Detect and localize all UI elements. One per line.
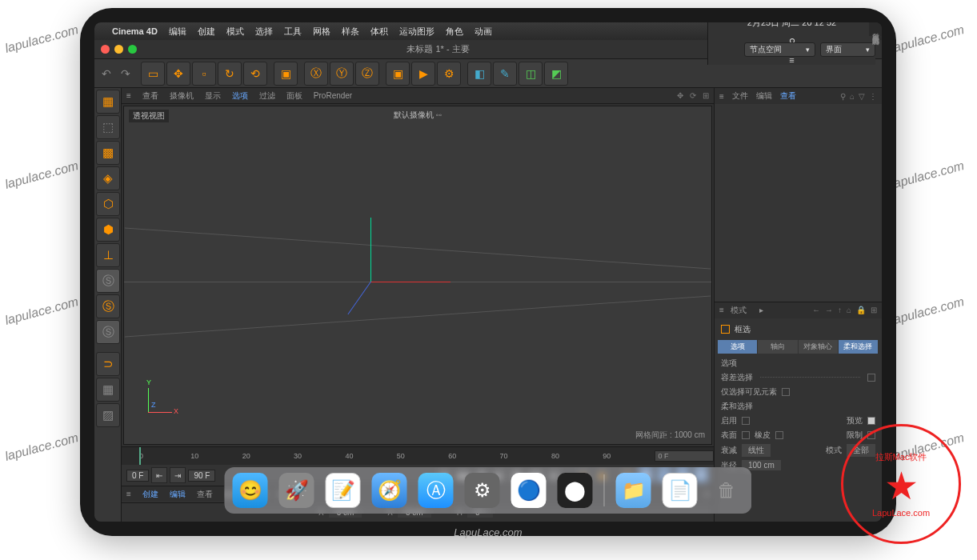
- snap-s3[interactable]: Ⓢ: [96, 320, 120, 344]
- obj-opts-icon[interactable]: ⋮: [869, 92, 877, 101]
- generator-tool[interactable]: ◫: [519, 62, 543, 86]
- attr-fwd-icon[interactable]: →: [825, 306, 833, 314]
- menu-create[interactable]: 创建: [198, 26, 215, 38]
- range-end[interactable]: ⇥: [170, 467, 186, 483]
- dock-settings[interactable]: ⚙: [465, 473, 500, 508]
- range-start[interactable]: ⇤: [151, 467, 167, 483]
- obj-hamburger[interactable]: ≡: [719, 92, 724, 101]
- redo-button[interactable]: ↷: [117, 62, 134, 85]
- rubber-check[interactable]: [775, 431, 783, 439]
- object-tree[interactable]: 对象 层次 内容浏览器: [715, 104, 882, 302]
- dock-downloads[interactable]: 📁: [616, 473, 651, 508]
- locked-tool[interactable]: ▣: [274, 62, 298, 86]
- mat-create[interactable]: 创建: [142, 489, 158, 500]
- dock-appstore[interactable]: Ⓐ: [418, 473, 454, 508]
- tab-options[interactable]: 选项: [718, 340, 758, 354]
- visible-check[interactable]: [782, 388, 790, 396]
- tab-softsel[interactable]: 柔和选择: [839, 340, 879, 354]
- edge-mode[interactable]: ⬡: [96, 192, 120, 216]
- menu-tools[interactable]: 工具: [284, 26, 302, 38]
- menu-character[interactable]: 角色: [446, 26, 463, 38]
- vp-nav1-icon[interactable]: ✥: [677, 91, 683, 100]
- attr-up-icon[interactable]: ↑: [838, 306, 842, 314]
- dock-document[interactable]: 📄: [663, 473, 698, 508]
- menu-spline[interactable]: 样条: [342, 26, 359, 38]
- viewport[interactable]: 透视视图 默认摄像机 ◦◦ Y X Z 网格间距 : 1000 cm: [123, 106, 712, 445]
- vp-nav2-icon[interactable]: ⟳: [690, 91, 696, 100]
- maximize-button[interactable]: [128, 45, 137, 54]
- tab-objaxis[interactable]: 对象轴心: [799, 340, 839, 354]
- mat-edit[interactable]: 编辑: [170, 489, 186, 500]
- dock-finder[interactable]: 😊: [233, 473, 268, 508]
- layout-dropdown[interactable]: 界面: [820, 42, 875, 57]
- polygon-mode[interactable]: ⬢: [96, 218, 120, 242]
- close-button[interactable]: [101, 45, 110, 54]
- point-mode[interactable]: ◈: [96, 166, 120, 190]
- obj-filter-icon[interactable]: ▽: [859, 92, 865, 101]
- time-ruler[interactable]: 010 2030 4050 6070 8090 0 F: [122, 447, 714, 465]
- render-settings[interactable]: ⚙: [437, 62, 461, 86]
- vp-prorender[interactable]: ProRender: [314, 91, 352, 100]
- dock-c4d[interactable]: ⬤: [558, 473, 593, 508]
- vp-nav3-icon[interactable]: ⊞: [703, 91, 709, 100]
- grid-tool[interactable]: ▨: [96, 403, 120, 427]
- surface-check[interactable]: [742, 431, 750, 439]
- attr-home-icon[interactable]: ⌂: [847, 306, 851, 314]
- y-axis[interactable]: Ⓨ: [330, 62, 354, 86]
- attr-hamburger[interactable]: ≡: [719, 306, 724, 314]
- last-tool[interactable]: ⟲: [243, 62, 267, 86]
- vp-display[interactable]: 显示: [205, 90, 221, 102]
- pen-tool[interactable]: ✎: [493, 62, 517, 86]
- vp-panel[interactable]: 面板: [286, 90, 302, 102]
- dock-safari[interactable]: 🧭: [372, 473, 407, 508]
- texture-mode[interactable]: ▩: [96, 141, 120, 165]
- obj-home-icon[interactable]: ⌂: [850, 92, 855, 101]
- dock-chrome[interactable]: 🔵: [511, 473, 547, 508]
- rotate-tool[interactable]: ↻: [218, 62, 242, 86]
- select-tool[interactable]: ▭: [141, 62, 165, 86]
- menu-volume[interactable]: 体积: [370, 26, 388, 38]
- z-axis[interactable]: Ⓩ: [355, 62, 379, 86]
- render-view[interactable]: ▣: [386, 62, 410, 86]
- menu-select[interactable]: 选择: [255, 26, 273, 38]
- app-name[interactable]: Cinema 4D: [112, 26, 158, 36]
- snap-s2[interactable]: Ⓢ: [96, 294, 120, 318]
- obj-file[interactable]: 文件: [732, 90, 748, 102]
- obj-search-icon[interactable]: ⚲: [840, 92, 846, 101]
- tab-axis[interactable]: 轴向: [758, 340, 798, 354]
- menu-mesh[interactable]: 网格: [313, 26, 330, 38]
- menu-mode[interactable]: 模式: [226, 26, 244, 38]
- dock-launchpad[interactable]: 🚀: [279, 473, 314, 508]
- dock-trash[interactable]: 🗑: [709, 473, 744, 508]
- render-pv[interactable]: ▶: [411, 62, 435, 86]
- minimize-button[interactable]: [114, 45, 123, 54]
- scale-tool[interactable]: ▫: [192, 62, 216, 86]
- vp-cameras[interactable]: 摄像机: [170, 90, 194, 102]
- magnet-tool[interactable]: ⊃: [96, 352, 120, 376]
- end-frame[interactable]: 90 F: [188, 470, 215, 482]
- obj-edit[interactable]: 编辑: [756, 90, 772, 102]
- node-space-dropdown[interactable]: 节点空间: [744, 42, 815, 57]
- menu-animate[interactable]: 动画: [474, 26, 492, 38]
- model-mode[interactable]: ▦: [96, 90, 120, 114]
- vp-options[interactable]: 选项: [232, 90, 248, 102]
- axis-mode[interactable]: ⊥: [96, 243, 120, 267]
- workplane[interactable]: ▦: [96, 378, 120, 402]
- attr-lock-icon[interactable]: 🔒: [856, 306, 866, 314]
- object-mode[interactable]: ⬚: [96, 115, 120, 139]
- cube-primitive[interactable]: ◧: [467, 62, 491, 86]
- x-axis[interactable]: Ⓧ: [304, 62, 328, 86]
- vp-filter[interactable]: 过滤: [259, 90, 275, 102]
- preview-check[interactable]: [867, 417, 875, 425]
- undo-button[interactable]: ↶: [98, 62, 115, 85]
- menu-edit[interactable]: 编辑: [169, 26, 186, 38]
- mat-hamburger[interactable]: ≡: [126, 490, 131, 498]
- start-frame[interactable]: 0 F: [126, 470, 149, 482]
- enable-check[interactable]: [742, 417, 750, 425]
- vp-hamburger[interactable]: ≡: [126, 91, 131, 100]
- mat-view[interactable]: 查看: [197, 489, 213, 500]
- tolerant-check[interactable]: [867, 374, 875, 382]
- move-tool[interactable]: ✥: [166, 62, 190, 86]
- deformer-tool[interactable]: ◩: [544, 62, 568, 86]
- attr-opts-icon[interactable]: ⊞: [871, 306, 877, 314]
